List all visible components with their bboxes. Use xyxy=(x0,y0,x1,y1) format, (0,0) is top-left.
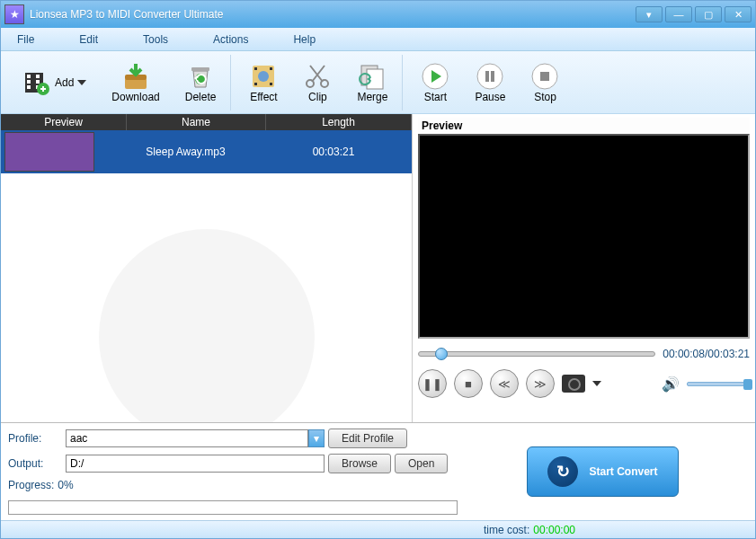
col-length[interactable]: Length xyxy=(266,114,412,130)
progress-bar xyxy=(8,500,458,515)
preview-label: Preview xyxy=(418,118,750,134)
player-stop-button[interactable]: ■ xyxy=(454,369,483,398)
merge-label: Merge xyxy=(357,91,387,103)
output-path[interactable]: D:/ xyxy=(66,455,325,473)
row-length: 00:03:21 xyxy=(255,146,412,158)
file-list-pane: Preview Name Length Sleep Away.mp3 00:03… xyxy=(1,114,413,422)
start-button[interactable]: Start xyxy=(412,57,458,109)
row-name: Sleep Away.mp3 xyxy=(98,146,255,158)
menu-file[interactable]: File xyxy=(8,30,43,49)
volume-slider[interactable] xyxy=(687,382,750,386)
stop-icon xyxy=(530,62,559,91)
preview-pane: Preview 00:00:08/00:03:21 ❚❚ ■ ≪ ≫ 🔊 xyxy=(413,114,755,422)
svg-rect-9 xyxy=(42,86,44,92)
pause-button[interactable]: Pause xyxy=(466,57,514,109)
svg-rect-29 xyxy=(485,71,489,82)
svg-point-28 xyxy=(477,64,503,89)
volume-thumb[interactable] xyxy=(743,379,752,390)
app-icon: ★ xyxy=(4,4,24,24)
clip-label: Clip xyxy=(308,91,327,103)
svg-rect-32 xyxy=(540,72,549,81)
minimize-button[interactable]: — xyxy=(665,6,692,22)
toolbar: Add Download Delete xyxy=(1,51,755,114)
window-controls: ▾ — ▢ ✕ xyxy=(636,6,752,22)
svg-rect-18 xyxy=(254,83,257,85)
svg-rect-19 xyxy=(270,83,272,85)
convert-label: Start Convert xyxy=(589,465,657,478)
svg-rect-30 xyxy=(491,71,494,82)
player-forward-button[interactable]: ≫ xyxy=(526,369,555,398)
svg-rect-2 xyxy=(27,80,31,84)
start-label: Start xyxy=(424,91,447,103)
edit-profile-button[interactable]: Edit Profile xyxy=(328,429,407,448)
col-name[interactable]: Name xyxy=(127,114,266,130)
seek-thumb[interactable] xyxy=(435,348,448,360)
start-convert-button[interactable]: ↻ Start Convert xyxy=(527,446,678,497)
row-thumbnail xyxy=(4,132,94,172)
profile-combo[interactable]: aac ▾ xyxy=(66,429,325,447)
download-button[interactable]: Download xyxy=(102,57,168,109)
snapshot-icon[interactable] xyxy=(562,375,585,393)
app-window: ★ Lionsea MP3 to MIDI Converter Ultimate… xyxy=(0,0,756,539)
timecost-value: 00:00:00 xyxy=(533,524,575,536)
statusbar: time cost: 00:00:00 xyxy=(1,520,755,538)
svg-rect-16 xyxy=(254,67,257,70)
menu-edit[interactable]: Edit xyxy=(70,30,107,49)
menu-help[interactable]: Help xyxy=(284,30,325,49)
clip-button[interactable]: Clip xyxy=(294,57,341,109)
merge-icon xyxy=(358,62,387,91)
open-button[interactable]: Open xyxy=(395,454,448,473)
playback-controls: ❚❚ ■ ≪ ≫ 🔊 xyxy=(418,369,750,398)
output-settings: Profile: aac ▾ Edit Profile Output: D:/ … xyxy=(8,429,458,515)
effect-button[interactable]: Effect xyxy=(240,57,287,109)
scissors-icon xyxy=(303,62,332,91)
effect-icon xyxy=(249,62,278,91)
add-label: Add xyxy=(55,76,74,89)
svg-rect-1 xyxy=(27,75,31,78)
player-rewind-button[interactable]: ≪ xyxy=(490,369,519,398)
film-add-icon xyxy=(22,68,51,97)
menu-actions[interactable]: Actions xyxy=(204,30,257,49)
svg-rect-12 xyxy=(191,67,209,71)
content-area: Preview Name Length Sleep Away.mp3 00:03… xyxy=(1,114,755,422)
bottom-panel: Profile: aac ▾ Edit Profile Output: D:/ … xyxy=(1,422,755,520)
list-body[interactable]: Sleep Away.mp3 00:03:21 xyxy=(1,130,412,422)
maximize-button[interactable]: ▢ xyxy=(695,6,722,22)
player-pause-button[interactable]: ❚❚ xyxy=(418,369,447,398)
window-title: Lionsea MP3 to MIDI Converter Ultimate xyxy=(30,8,636,21)
progress-value: 0% xyxy=(58,479,73,491)
stop-button[interactable]: Stop xyxy=(521,57,568,109)
download-label: Download xyxy=(111,91,159,103)
play-icon xyxy=(421,62,449,91)
snapshot-menu-icon[interactable] xyxy=(592,381,601,386)
convert-icon: ↻ xyxy=(547,456,578,487)
list-row[interactable]: Sleep Away.mp3 00:03:21 xyxy=(1,130,412,173)
delete-button[interactable]: Delete xyxy=(176,57,226,109)
add-button[interactable]: Add xyxy=(13,57,95,109)
seek-row: 00:00:08/00:03:21 xyxy=(418,348,750,360)
stop-label: Stop xyxy=(534,91,556,103)
volume-icon[interactable]: 🔊 xyxy=(662,376,680,393)
menu-tools[interactable]: Tools xyxy=(134,30,177,49)
svg-point-20 xyxy=(258,71,269,82)
time-display: 00:00:08/00:03:21 xyxy=(663,348,750,360)
profile-value[interactable]: aac xyxy=(66,429,308,447)
svg-rect-17 xyxy=(270,67,272,70)
timecost-label: time cost: xyxy=(484,524,529,536)
pause-icon xyxy=(476,62,504,91)
download-icon xyxy=(121,62,150,91)
svg-rect-5 xyxy=(36,80,40,84)
list-header: Preview Name Length xyxy=(1,114,412,130)
output-label: Output: xyxy=(8,457,62,470)
delete-label: Delete xyxy=(185,91,217,103)
close-button[interactable]: ✕ xyxy=(725,6,752,22)
browse-button[interactable]: Browse xyxy=(328,454,391,473)
pause-label: Pause xyxy=(475,91,505,103)
seek-slider[interactable] xyxy=(418,351,655,357)
merge-button[interactable]: Merge xyxy=(348,57,396,109)
chevron-down-icon[interactable]: ▾ xyxy=(308,429,325,447)
svg-rect-3 xyxy=(27,85,31,89)
col-preview[interactable]: Preview xyxy=(1,114,127,130)
video-box[interactable] xyxy=(418,134,750,339)
tray-button[interactable]: ▾ xyxy=(636,6,663,22)
